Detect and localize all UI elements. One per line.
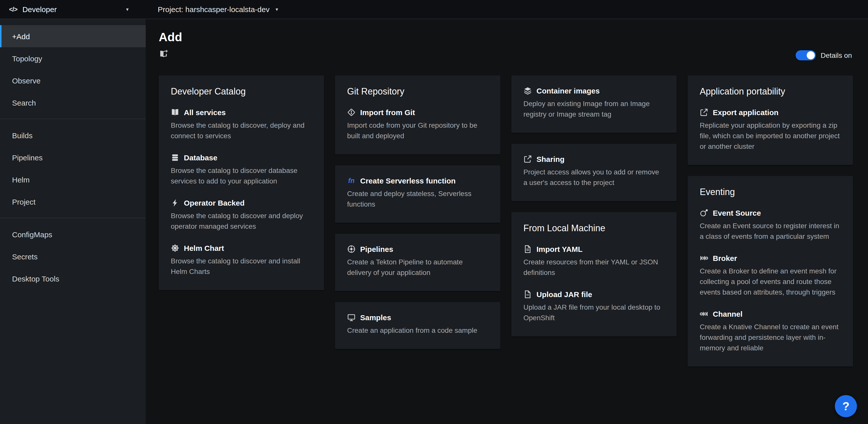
card: EventingEvent SourceCreate an Event sour… <box>688 176 853 366</box>
card-column: Developer CatalogAll servicesBrowse the … <box>159 76 324 290</box>
project-selector-label: Project: harshcasper-localsta-dev <box>158 5 270 13</box>
project-selector[interactable]: Project: harshcasper-localsta-dev ▾ <box>146 0 278 19</box>
catalog-item-description: Create a Knative Channel to create an ev… <box>700 322 841 354</box>
masthead: </> Developer ▾ Project: harshcasper-loc… <box>0 0 868 19</box>
catalog-item-link[interactable]: Export application <box>700 108 841 117</box>
card: Git RepositoryImport from GitImport code… <box>335 76 500 154</box>
catalog-item: Operator BackedBrowse the catalog to dis… <box>171 199 312 232</box>
share-icon <box>523 155 532 163</box>
catalog-item-link[interactable]: Operator Backed <box>171 199 312 207</box>
catalog-item: BrokerCreate a Broker to define an event… <box>700 254 841 298</box>
catalog-item-description: Project access allows you to add or remo… <box>523 167 664 188</box>
card-column: Container imagesDeploy an existing Image… <box>512 76 677 336</box>
catalog-item-label: Helm Chart <box>184 244 224 252</box>
catalog-item-label: Operator Backed <box>184 199 245 207</box>
catalog-item-link[interactable]: All services <box>171 108 312 117</box>
catalog-item-description: Create a Broker to define an event mesh … <box>700 266 841 298</box>
card: Developer CatalogAll servicesBrowse the … <box>159 76 324 290</box>
card: SharingProject access allows you to add … <box>512 144 677 201</box>
sidebar-item-search[interactable]: Search <box>0 91 146 114</box>
sidebar-item-pipelines[interactable]: Pipelines <box>0 146 146 168</box>
sidebar-item-secrets[interactable]: Secrets <box>0 245 146 267</box>
sidebar-item-topology[interactable]: Topology <box>0 47 146 69</box>
catalog-item-link[interactable]: Sharing <box>523 155 664 163</box>
catalog-item-description: Create an Event source to register inter… <box>700 221 841 242</box>
card-column: Application portabilityExport applicatio… <box>688 76 853 366</box>
catalog-item: Container imagesDeploy an existing Image… <box>523 86 664 120</box>
details-switch[interactable] <box>796 50 815 60</box>
catalog-item-label: Import YAML <box>536 245 583 253</box>
page-header: Add <box>159 30 853 61</box>
database-icon <box>171 153 179 162</box>
catalog-item-link[interactable]: Database <box>171 153 312 162</box>
catalog-item: Event SourceCreate an Event source to re… <box>700 208 841 242</box>
app-root: </> Developer ▾ Project: harshcasper-loc… <box>0 0 868 424</box>
card: fnCreate Serverless functionCreate and d… <box>335 165 500 223</box>
catalog-item-label: Broker <box>713 254 737 262</box>
details-toggle: Details on <box>796 50 852 60</box>
catalog-item-label: Pipelines <box>360 245 393 253</box>
catalog-item-link[interactable]: Broker <box>700 254 841 262</box>
catalog-item-label: Import from Git <box>360 108 415 117</box>
catalog-item-label: Sharing <box>536 155 565 163</box>
sidebar-item-builds[interactable]: Builds <box>0 124 146 146</box>
catalog-item-link[interactable]: Pipelines <box>347 245 488 253</box>
sidebar-item-configmaps[interactable]: ConfigMaps <box>0 223 146 245</box>
catalog-item-description: Replicate your application by exporting … <box>700 120 841 152</box>
sidebar-item-project[interactable]: Project <box>0 191 146 213</box>
sidebar-divider <box>0 119 146 119</box>
card-title: Git Repository <box>347 86 488 97</box>
card: From Local MachineImport YAMLCreate reso… <box>512 212 677 336</box>
git-icon <box>347 108 355 117</box>
catalog-item-link[interactable]: Upload JAR file <box>523 290 664 299</box>
catalog-item-label: Export application <box>713 108 779 117</box>
channel-icon <box>700 310 708 318</box>
catalog-item-link[interactable]: Import YAML <box>523 245 664 253</box>
catalog-item: Upload JAR fileUpload a JAR file from yo… <box>523 290 664 323</box>
catalog-item-link[interactable]: Helm Chart <box>171 244 312 252</box>
samples-icon <box>347 313 355 322</box>
card-title: From Local Machine <box>523 223 664 234</box>
catalog-item-label: Samples <box>360 313 391 322</box>
catalog-item-link[interactable]: Import from Git <box>347 108 488 117</box>
sidebar-item-desktop-tools[interactable]: Desktop Tools <box>0 267 146 289</box>
catalog-item: DatabaseBrowse the catalog to discover d… <box>171 153 312 187</box>
yaml-file-icon <box>523 245 532 253</box>
open-book-plus-icon[interactable] <box>159 49 169 61</box>
body-row: +AddTopologyObserveSearchBuildsPipelines… <box>0 19 868 424</box>
catalog-item-description: Create an application from a code sample <box>347 325 488 336</box>
catalog-item-label: Database <box>184 153 217 162</box>
sidebar-item-add[interactable]: +Add <box>0 25 146 47</box>
catalog-item-link[interactable]: Container images <box>523 86 664 95</box>
details-toggle-label: Details on <box>820 51 852 59</box>
card: PipelinesCreate a Tekton Pipeline to aut… <box>335 234 500 291</box>
perspective-switcher[interactable]: </> Developer ▾ <box>0 0 146 19</box>
chevron-down-icon: ▾ <box>126 7 129 12</box>
catalog-item: Import from GitImport code from your Git… <box>347 108 488 141</box>
card-title: Developer Catalog <box>171 86 312 97</box>
book-icon <box>171 108 179 117</box>
catalog-item-link[interactable]: Samples <box>347 313 488 322</box>
card-title: Application portability <box>700 86 841 97</box>
layers-icon <box>523 86 532 95</box>
catalog-item-link[interactable]: fnCreate Serverless function <box>347 176 488 185</box>
catalog-item: All servicesBrowse the catalog to discov… <box>171 108 312 141</box>
card-title: Eventing <box>700 187 841 198</box>
help-button[interactable]: ? <box>835 395 857 417</box>
card-column: Git RepositoryImport from GitImport code… <box>335 76 500 349</box>
event-source-icon <box>700 208 708 217</box>
catalog-item-link[interactable]: Channel <box>700 310 841 318</box>
catalog-item: fnCreate Serverless functionCreate and d… <box>347 176 488 209</box>
catalog-item-description: Browse the catalog to discover and deplo… <box>171 210 312 232</box>
catalog-item: Helm ChartBrowse the catalog to discover… <box>171 244 312 277</box>
broker-icon <box>700 254 708 262</box>
sidebar-nav: +AddTopologyObserveSearchBuildsPipelines… <box>0 19 146 424</box>
catalog-item-description: Browse the catalog to discover database … <box>171 165 312 187</box>
bolt-icon <box>171 199 179 207</box>
sidebar-item-observe[interactable]: Observe <box>0 69 146 91</box>
catalog-item: Import YAMLCreate resources from their Y… <box>523 245 664 278</box>
sidebar-item-helm[interactable]: Helm <box>0 168 146 191</box>
catalog-item-label: Upload JAR file <box>536 290 592 299</box>
catalog-item-label: Channel <box>713 310 742 318</box>
catalog-item-link[interactable]: Event Source <box>700 208 841 217</box>
